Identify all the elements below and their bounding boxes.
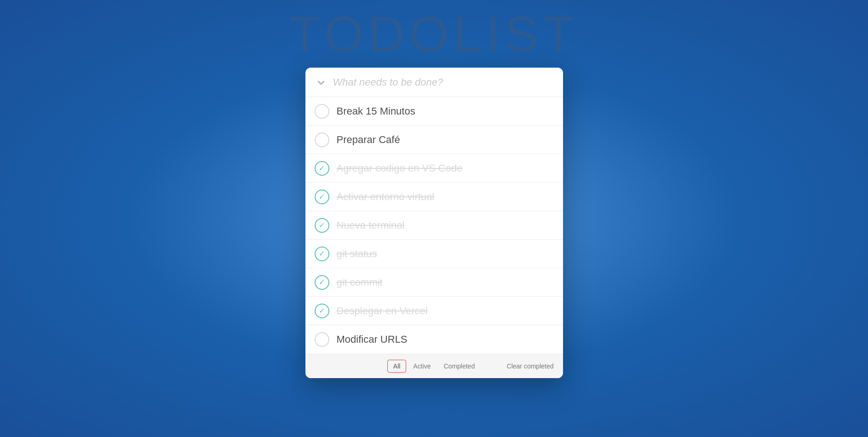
- input-row: [305, 68, 563, 97]
- todo-label: Activar entorno virtual: [337, 191, 554, 203]
- todo-item: Break 15 Minutos: [305, 97, 563, 126]
- todo-checkbox[interactable]: [315, 332, 329, 347]
- todo-list: Break 15 MinutosPreparar Café✓Agregar co…: [305, 97, 563, 354]
- check-icon: ✓: [319, 278, 325, 287]
- todo-checkbox[interactable]: [315, 132, 329, 147]
- check-icon: ✓: [319, 249, 325, 258]
- new-todo-input[interactable]: [333, 76, 554, 88]
- app-title: TODOLIST: [289, 5, 578, 63]
- todo-item: ✓Activar entorno virtual: [305, 183, 563, 211]
- todo-label: Nueva terminal: [337, 219, 554, 231]
- check-icon: ✓: [319, 306, 325, 315]
- todo-label: Agregar codigo en VS Code: [337, 162, 554, 174]
- todo-label: git commit: [337, 276, 554, 288]
- todo-checkbox[interactable]: ✓: [315, 190, 329, 204]
- filter-button-active[interactable]: Active: [407, 360, 437, 373]
- todo-checkbox[interactable]: ✓: [315, 304, 329, 318]
- toggle-all-button[interactable]: [315, 76, 328, 89]
- check-icon: ✓: [319, 192, 325, 201]
- todo-checkbox[interactable]: ✓: [315, 275, 329, 290]
- todo-label: git status: [337, 248, 554, 260]
- todo-item: ✓Desplegar en Vercel: [305, 297, 563, 325]
- todo-checkbox[interactable]: ✓: [315, 218, 329, 233]
- todo-item: ✓git commit: [305, 268, 563, 297]
- todo-label: Preparar Café: [337, 134, 554, 146]
- todo-item: Modificar URLS: [305, 325, 563, 354]
- todo-container: Break 15 MinutosPreparar Café✓Agregar co…: [305, 68, 563, 378]
- check-icon: ✓: [319, 221, 325, 230]
- todo-checkbox[interactable]: [315, 104, 329, 119]
- filter-group: AllActiveCompleted: [387, 360, 481, 373]
- todo-item: ✓Agregar codigo en VS Code: [305, 154, 563, 183]
- filter-button-completed[interactable]: Completed: [437, 360, 481, 373]
- todo-checkbox[interactable]: ✓: [315, 161, 329, 176]
- todo-footer: AllActiveCompleted Clear completed: [305, 354, 563, 378]
- todo-label: Desplegar en Vercel: [337, 305, 554, 317]
- todo-label: Modificar URLS: [337, 334, 554, 345]
- todo-item: Preparar Café: [305, 126, 563, 154]
- todo-label: Break 15 Minutos: [337, 105, 554, 117]
- filter-button-all[interactable]: All: [387, 360, 407, 373]
- check-icon: ✓: [319, 164, 325, 172]
- todo-item: ✓git status: [305, 240, 563, 268]
- todo-checkbox[interactable]: ✓: [315, 247, 329, 261]
- clear-completed-button[interactable]: Clear completed: [507, 360, 554, 372]
- todo-item: ✓Nueva terminal: [305, 211, 563, 240]
